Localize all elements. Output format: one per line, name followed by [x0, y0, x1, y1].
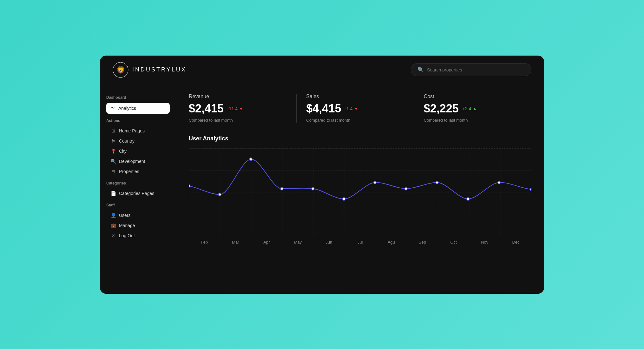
cost-value-row: $2,225 +2.4 ▲ — [424, 102, 522, 115]
sidebar-item-users-label: Users — [119, 213, 131, 218]
analytics-chart — [189, 148, 531, 237]
cost-label: Cost — [424, 94, 522, 99]
top-bar: 🦁 INDUSTRYLUX 🔍 — [100, 56, 544, 84]
revenue-label: Revanue — [189, 94, 287, 99]
chart-section: User Analytics — [189, 135, 531, 245]
main-content: Dashboard 〜 Analytics Actions ⊞ Home Pag… — [100, 84, 544, 294]
manage-icon: 💼 — [111, 223, 116, 228]
chart-container — [189, 148, 531, 237]
metric-cost: Cost $2,225 +2.4 ▲ Compared to last mont… — [414, 94, 531, 123]
sidebar: Dashboard 〜 Analytics Actions ⊞ Home Pag… — [100, 84, 176, 294]
sidebar-item-manage-label: Manage — [119, 223, 135, 228]
sidebar-item-development-label: Development — [119, 159, 145, 164]
categories-section-title: Categories — [106, 181, 170, 185]
main-window: 🦁 INDUSTRYLUX 🔍 Dashboard 〜 Analytics Ac… — [100, 56, 544, 294]
home-pages-icon: ⊞ — [111, 128, 116, 133]
content-area: Revanue $2,415 -11.4 ▼ Compared to last … — [176, 84, 544, 294]
svg-point-26 — [343, 198, 345, 200]
sales-subtitle: Compared to last month — [306, 118, 404, 123]
country-icon: ⚑ — [111, 138, 116, 144]
sidebar-item-home-pages[interactable]: ⊞ Home Pages — [106, 126, 170, 136]
chart-title: User Analytics — [189, 135, 531, 142]
sidebar-item-users[interactable]: 👤 Users — [106, 211, 170, 220]
chart-x-labels: Feb Mar Apr May Jun Jul Agu Sep Oct Nov … — [189, 240, 531, 245]
svg-point-24 — [280, 187, 283, 190]
svg-point-32 — [530, 188, 531, 191]
sidebar-item-manage[interactable]: 💼 Manage — [106, 221, 170, 230]
sidebar-item-country[interactable]: ⚑ Country — [106, 136, 170, 146]
svg-point-25 — [312, 187, 314, 190]
city-icon: 📍 — [111, 149, 116, 154]
logo-text: INDUSTRYLUX — [132, 66, 187, 73]
search-bar[interactable]: 🔍 — [411, 63, 531, 76]
logout-icon: ✕ — [111, 233, 116, 238]
sales-value-row: $4,415 -1.4 ▼ — [306, 102, 404, 115]
x-label-oct: Oct — [438, 240, 469, 245]
x-label-jun: Jun — [313, 240, 345, 245]
x-label-mar: Mar — [220, 240, 251, 245]
categories-icon: 📄 — [111, 191, 116, 196]
logo-icon: 🦁 — [113, 62, 128, 78]
cost-subtitle: Compared to last month — [424, 118, 522, 123]
analytics-icon: 〜 — [111, 105, 115, 111]
actions-section-title: Actions — [106, 118, 170, 123]
sales-value: $4,415 — [306, 102, 341, 115]
x-label-apr: Apr — [251, 240, 282, 245]
svg-text:🦁: 🦁 — [116, 66, 125, 74]
cost-change: +2.4 ▲ — [463, 106, 477, 111]
svg-point-28 — [405, 187, 407, 190]
cost-value: $2,225 — [424, 102, 459, 115]
x-label-nov: Nov — [469, 240, 500, 245]
x-label-may: May — [282, 240, 313, 245]
metric-sales: Sales $4,415 -1.4 ▼ Compared to last mon… — [296, 94, 414, 123]
x-label-feb: Feb — [189, 240, 220, 245]
metric-revenue: Revanue $2,415 -11.4 ▼ Compared to last … — [189, 94, 296, 123]
logo-area: 🦁 INDUSTRYLUX — [113, 62, 187, 78]
revenue-subtitle: Compared to last month — [189, 118, 287, 123]
svg-point-31 — [498, 181, 500, 184]
revenue-value-row: $2,415 -11.4 ▼ — [189, 102, 287, 115]
sidebar-item-properties-label: Properties — [119, 169, 139, 174]
development-icon: 🔍 — [111, 159, 116, 164]
properties-icon: ⊟ — [111, 169, 116, 174]
svg-point-23 — [250, 158, 252, 161]
x-label-dec: Dec — [500, 240, 531, 245]
sidebar-item-city[interactable]: 📍 City — [106, 146, 170, 156]
x-label-jul: Jul — [345, 240, 376, 245]
sidebar-item-country-label: Country — [119, 138, 135, 144]
x-label-sep: Sep — [407, 240, 438, 245]
sidebar-item-development[interactable]: 🔍 Development — [106, 157, 170, 166]
sidebar-active-label: Analytics — [118, 106, 136, 111]
sidebar-item-analytics[interactable]: 〜 Analytics — [106, 103, 170, 114]
sidebar-item-categories-label: Categories Pages — [119, 191, 154, 196]
cost-arrow-icon: ▲ — [472, 106, 477, 111]
dashboard-section-label: Dashboard — [106, 95, 170, 100]
sidebar-item-properties[interactable]: ⊟ Properties — [106, 167, 170, 176]
sales-label: Sales — [306, 94, 404, 99]
search-icon: 🔍 — [417, 67, 424, 73]
search-input[interactable] — [427, 67, 525, 72]
x-label-agu: Agu — [376, 240, 407, 245]
svg-point-22 — [219, 193, 221, 196]
svg-point-29 — [436, 181, 438, 184]
sales-arrow-icon: ▼ — [354, 106, 358, 111]
sidebar-item-city-label: City — [119, 149, 127, 154]
sidebar-item-logout-label: Log Out — [119, 233, 135, 238]
staff-section-title: Staff — [106, 203, 170, 207]
svg-point-21 — [189, 185, 190, 187]
svg-point-30 — [467, 198, 469, 200]
revenue-change: -11.4 ▼ — [227, 106, 243, 111]
sidebar-item-categories-pages[interactable]: 📄 Categories Pages — [106, 189, 170, 198]
svg-point-27 — [374, 181, 376, 184]
sidebar-item-logout[interactable]: ✕ Log Out — [106, 231, 170, 240]
sidebar-item-home-pages-label: Home Pages — [119, 128, 145, 133]
users-icon: 👤 — [111, 213, 116, 218]
sales-change: -1.4 ▼ — [345, 106, 358, 111]
metrics-row: Revanue $2,415 -11.4 ▼ Compared to last … — [189, 94, 531, 123]
revenue-value: $2,415 — [189, 102, 224, 115]
revenue-arrow-icon: ▼ — [239, 106, 243, 111]
